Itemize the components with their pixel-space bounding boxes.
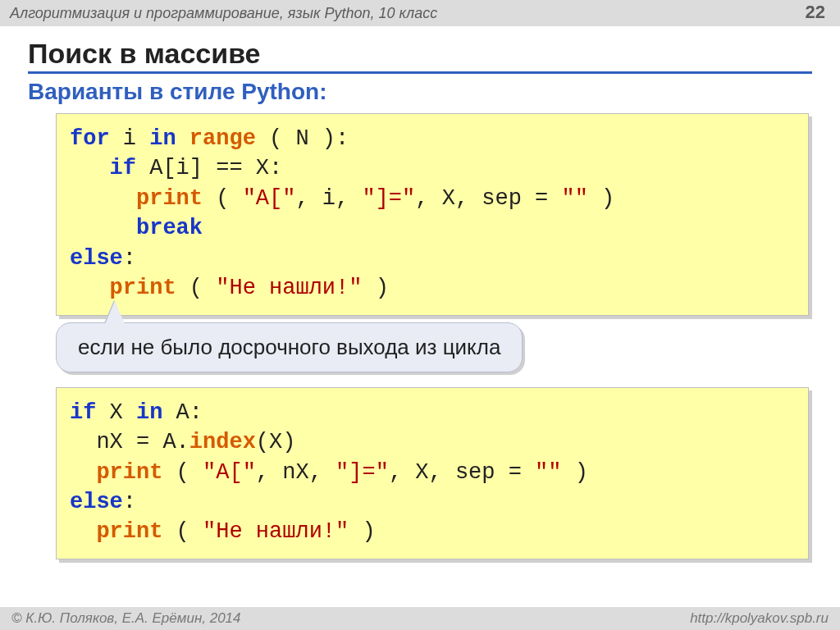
title-underline — [28, 71, 812, 74]
code-text — [70, 186, 136, 211]
code-text — [70, 156, 110, 180]
code-text: ( — [162, 460, 203, 485]
str: "" — [535, 460, 561, 485]
code-text: ( N ): — [256, 126, 349, 151]
code-text: i — [110, 126, 150, 151]
code-text: , i, — [295, 186, 362, 211]
callout-wrap: если не было досрочного выхода из цикла — [56, 322, 809, 372]
fn-print: print — [136, 186, 203, 211]
callout-tail-icon — [105, 301, 125, 324]
code-block-1: for i in range ( N ): if A[i] == X: prin… — [56, 113, 809, 316]
str: "" — [562, 186, 588, 211]
str: "Не нашли!" — [203, 519, 349, 544]
fn-range: range — [189, 126, 256, 151]
str: "]=" — [362, 186, 415, 211]
str: "A[" — [243, 186, 296, 211]
code-text: A: — [162, 400, 203, 425]
kw-else: else — [70, 490, 123, 514]
footer-url: http://kpolyakov.spb.ru — [690, 610, 829, 627]
kw-if: if — [110, 156, 136, 180]
slide-subtitle: Варианты в стиле Python: — [28, 79, 812, 105]
code-text — [70, 519, 96, 544]
kw-in: in — [136, 400, 162, 425]
code-text: , nX, — [256, 460, 336, 485]
code-text: ( — [203, 186, 243, 211]
str: "Не нашли!" — [216, 276, 362, 300]
kw-break: break — [136, 216, 203, 240]
footer-bar: © К.Ю. Поляков, Е.А. Ерёмин, 2014 http:/… — [0, 607, 840, 630]
callout-text: если не было досрочного выхода из цикла — [78, 335, 500, 359]
code-text: nX = A. — [70, 430, 189, 454]
code-text: X — [96, 400, 136, 425]
kw-for: for — [70, 126, 110, 151]
code-text — [176, 126, 189, 151]
code-text: ) — [362, 276, 388, 300]
kw-if: if — [70, 400, 96, 425]
code-text: ( — [162, 519, 203, 544]
code-text: : — [123, 246, 136, 271]
str: "A[" — [203, 460, 256, 485]
kw-in: in — [149, 126, 176, 151]
code-text — [70, 460, 96, 485]
page-number: 22 — [806, 2, 825, 23]
content: Поиск в массиве Варианты в стиле Python:… — [0, 26, 840, 559]
code-text: (X) — [256, 430, 296, 454]
callout-bubble: если не было досрочного выхода из цикла — [56, 322, 523, 372]
slide: Алгоритмизация и программирование, язык … — [0, 0, 840, 630]
code-text: , X, sep = — [389, 460, 535, 485]
code-text — [70, 276, 110, 300]
fn-print: print — [110, 276, 176, 300]
code-text: , X, sep = — [415, 186, 561, 211]
fn-print: print — [96, 519, 162, 544]
code-block-2: if X in A: nX = A.index(X) print ( "A[",… — [56, 387, 809, 559]
code-text: A[i] == X: — [136, 156, 282, 180]
str: "]=" — [336, 460, 389, 485]
code-text: ) — [562, 460, 588, 485]
code-text: : — [123, 490, 136, 514]
code-text: ) — [588, 186, 614, 211]
code-text — [70, 216, 136, 240]
fn-print: print — [96, 460, 162, 485]
kw-else: else — [70, 246, 123, 271]
code-text: ( — [176, 276, 217, 300]
header-bar: Алгоритмизация и программирование, язык … — [0, 0, 840, 26]
code-text: ) — [349, 519, 375, 544]
course-title: Алгоритмизация и программирование, язык … — [10, 5, 437, 22]
copyright: © К.Ю. Поляков, Е.А. Ерёмин, 2014 — [11, 610, 241, 627]
fn-index: index — [189, 430, 256, 454]
slide-title: Поиск в массиве — [28, 38, 812, 70]
